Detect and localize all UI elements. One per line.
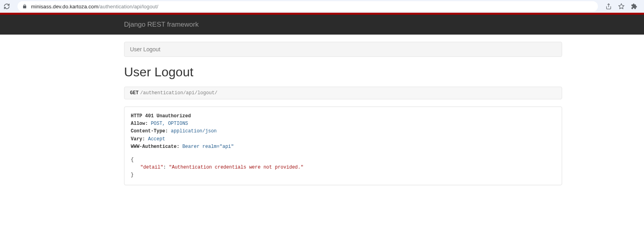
share-icon[interactable] <box>605 3 612 10</box>
response-body: { "detail": "Authentication credentials … <box>131 156 555 179</box>
breadcrumb-current: User Logout <box>130 46 160 52</box>
header-allow: Allow: POST, OPTIONS <box>131 120 555 128</box>
browser-actions <box>605 3 641 10</box>
extensions-icon[interactable] <box>630 3 638 10</box>
header-content-type: Content-Type: application/json <box>131 128 555 135</box>
json-close-brace: } <box>131 171 555 179</box>
address-bar[interactable]: minisass.dev.do.kartoza.com/authenticati… <box>17 1 598 12</box>
reload-icon[interactable] <box>3 3 10 10</box>
url-text: minisass.dev.do.kartoza.com/authenticati… <box>31 4 158 10</box>
url-path: /authentication/api/logout/ <box>98 4 158 10</box>
header-vary: Vary: Accept <box>131 136 555 143</box>
json-open-brace: { <box>131 156 555 164</box>
breadcrumb: User Logout <box>124 42 562 57</box>
request-method: GET <box>130 90 139 96</box>
response-box: HTTP 401 Unauthorized Allow: POST, OPTIO… <box>124 107 562 185</box>
navbar: Django REST framework <box>0 15 644 35</box>
url-host: minisass.dev.do.kartoza.com <box>31 4 98 10</box>
request-path: /authentication/api/logout/ <box>140 90 217 96</box>
json-detail-line: "detail": "Authentication credentials we… <box>131 164 555 171</box>
page-title: User Logout <box>124 65 562 80</box>
browser-toolbar: minisass.dev.do.kartoza.com/authenticati… <box>0 0 644 13</box>
content: User Logout User Logout GET/authenticati… <box>124 35 562 185</box>
header-www-authenticate: WWW-Authenticate: Bearer realm="api" <box>131 143 555 151</box>
star-icon[interactable] <box>618 3 625 10</box>
brand-link[interactable]: Django REST framework <box>124 21 199 29</box>
svg-marker-1 <box>619 4 624 9</box>
lock-icon <box>22 4 28 9</box>
request-info: GET/authentication/api/logout/ <box>124 87 562 99</box>
status-line: HTTP 401 Unauthorized <box>131 113 555 120</box>
